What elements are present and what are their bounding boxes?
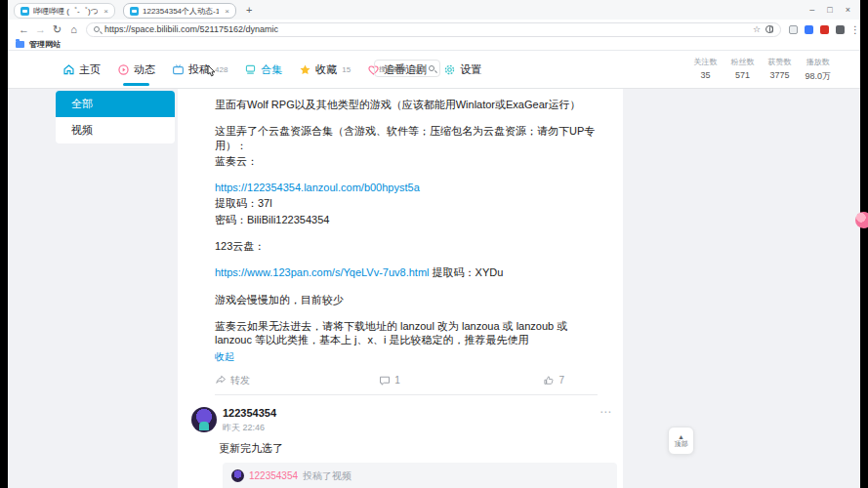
extension-icon[interactable] — [836, 25, 845, 34]
thumbs-up-icon — [543, 375, 555, 386]
tab-settings[interactable]: 设置 — [443, 51, 481, 88]
window-close-button[interactable]: × — [846, 5, 850, 15]
extension-icon[interactable] — [820, 25, 829, 34]
stat-value: 35 — [693, 70, 717, 80]
post-action-bar: 转发 1 7 — [215, 369, 598, 392]
stat-label: 关注数 — [693, 57, 717, 67]
tab-uploads[interactable]: 投稿 428 — [172, 51, 227, 88]
user-stats: 关注数 35 粉丝数 571 获赞数 3775 播放数 98.0万 — [693, 57, 831, 83]
tab-dynamic[interactable]: 动态 — [117, 51, 155, 88]
tab-title: 122354354个人动态-122354... — [143, 6, 219, 17]
post-text: 更新完九选了 — [219, 441, 615, 456]
browser-tab-user-dynamic[interactable]: 122354354个人动态-122354... × — [123, 3, 236, 19]
search-input[interactable] — [379, 65, 426, 72]
stat-value: 571 — [730, 70, 754, 80]
browser-tab-bilibili-home[interactable]: 哔哩哔哩 (゜-゜)つロ 干杯~-... × — [14, 3, 115, 19]
post-text: 蓝奏云如果无法进去，请将下载地址的 lanzoul 改为 lanzoua 或 l… — [215, 319, 598, 347]
tab-title: 哔哩哔哩 (゜-゜)つロ 干杯~-... — [33, 6, 98, 17]
tab-close-icon[interactable]: × — [103, 7, 108, 16]
stat-plays[interactable]: 播放数 98.0万 — [805, 57, 831, 83]
repost-origin-action: 投稿了视频 — [303, 469, 351, 483]
search-icon — [429, 65, 434, 71]
globe-icon[interactable] — [765, 25, 773, 33]
post-text: 密码：BiliBili122354354 — [215, 213, 598, 226]
letterbox-right — [860, 0, 868, 488]
forward-button[interactable]: → — [32, 23, 49, 35]
space-search-box[interactable] — [374, 60, 440, 77]
tab-label: 动态 — [134, 62, 155, 77]
comment-button[interactable]: 1 — [331, 374, 447, 386]
filter-all[interactable]: 全部 — [56, 91, 175, 117]
home-button[interactable]: ⌂ — [65, 23, 82, 35]
url-text: https://space.bilibili.com/521175162/dyn… — [104, 24, 748, 34]
repost-origin-user[interactable]: 122354354 — [249, 470, 298, 481]
like-count: 7 — [558, 374, 564, 386]
back-button[interactable]: ← — [16, 23, 32, 35]
post-text: 里面有Wolf RPG以及其他类型的游戏（应该都能用Winlator或ExaGe… — [215, 98, 598, 111]
repost-button[interactable]: 转发 — [215, 374, 331, 386]
tab-home[interactable]: 主页 — [62, 51, 101, 88]
tab-label: 设置 — [460, 62, 481, 77]
search-icon — [94, 26, 100, 32]
new-tab-button[interactable]: + — [246, 4, 252, 16]
stat-value: 98.0万 — [805, 70, 831, 83]
stat-label: 播放数 — [805, 57, 831, 67]
home-icon — [62, 63, 75, 76]
tab-collections[interactable]: 合集 — [244, 51, 282, 88]
stat-value: 3775 — [767, 70, 791, 80]
stat-likes[interactable]: 获赞数 3775 — [767, 57, 791, 83]
stat-followers[interactable]: 粉丝数 571 — [730, 57, 754, 83]
tv-icon — [172, 63, 185, 76]
repost-label: 转发 — [230, 374, 250, 386]
post-more-button[interactable]: ⋯ — [599, 405, 611, 419]
post-video-repost: 122354354 昨天 22:46 ⋯ 更新完九选了 122354354 投稿… — [178, 395, 623, 488]
lanzou-link[interactable]: https://122354354.lanzoul.com/b00hpyst5a — [215, 182, 420, 193]
author-name[interactable]: 122354354 — [223, 407, 276, 419]
reload-button[interactable]: ↻ — [49, 23, 65, 36]
window-controls: – □ × — [809, 5, 850, 15]
letterbox-left — [0, 0, 8, 488]
123pan-link[interactable]: https://www.123pan.com/s/YqeLVv-7uv8.htm… — [215, 266, 430, 278]
back-to-top-button[interactable]: ▲ 顶部 — [668, 427, 694, 455]
dynamic-filter-sidebar: 全部 视频 — [56, 91, 175, 143]
bilibili-favicon — [21, 7, 29, 16]
filter-video[interactable]: 视频 — [56, 117, 175, 143]
extension-icon[interactable] — [789, 25, 798, 34]
tab-count: 15 — [342, 65, 351, 74]
dynamic-feed: 里面有Wolf RPG以及其他类型的游戏（应该都能用Winlator或ExaGe… — [178, 89, 623, 488]
bookmark-star-icon[interactable]: ☆ — [753, 24, 761, 34]
caret-up-icon: ▲ — [678, 433, 684, 440]
dynamic-icon — [117, 63, 130, 76]
folder-icon — [16, 41, 24, 48]
stat-label: 粉丝数 — [730, 57, 754, 67]
avatar[interactable] — [191, 407, 217, 432]
page-body: 全部 视频 里面有Wolf RPG以及其他类型的游戏（应该都能用Winlator… — [8, 89, 860, 488]
floating-mascot[interactable] — [855, 212, 868, 228]
gear-icon — [443, 63, 456, 76]
collapse-link[interactable]: 收起 — [215, 350, 598, 363]
tab-label: 合集 — [261, 62, 282, 77]
tab-label: 收藏 — [315, 62, 337, 77]
reposted-card[interactable]: 122354354 投稿了视频 翌日 04:53:32 【Tsugunohi翌日… — [223, 463, 617, 488]
browser-toolbar: ← → ↻ ⌂ https://space.bilibili.com/52117… — [8, 20, 860, 39]
browser-menu-button[interactable]: ⋮ — [850, 24, 860, 35]
window-minimize-button[interactable]: – — [809, 5, 814, 15]
post-text: 这里弄了个云盘资源合集（含游戏、软件等；压缩包名为云盘资源；请勿下UP专用）： — [215, 124, 598, 152]
bookmark-folder[interactable]: 管理网站 — [29, 39, 61, 50]
address-bar[interactable]: https://space.bilibili.com/521175162/dyn… — [86, 22, 781, 37]
post-text: 蓝奏云： — [215, 154, 598, 168]
post-text: 123云盘： — [215, 239, 598, 253]
extensions-area — [789, 25, 845, 34]
bilibili-favicon — [130, 7, 139, 16]
bili-space-nav: 主页 动态 投稿 428 合集 收藏 15 追番追剧 — [8, 51, 860, 89]
mouse-cursor-icon — [205, 64, 218, 79]
extension-icon[interactable] — [805, 25, 813, 34]
layers-icon — [244, 63, 257, 76]
tab-close-icon[interactable]: × — [225, 7, 229, 16]
comment-icon — [379, 375, 391, 386]
post-time: 昨天 22:46 — [223, 422, 276, 434]
stat-following[interactable]: 关注数 35 — [693, 57, 717, 83]
tab-favorites[interactable]: 收藏 15 — [299, 51, 351, 88]
window-maximize-button[interactable]: □ — [827, 5, 832, 15]
like-button[interactable]: 7 — [448, 374, 598, 386]
